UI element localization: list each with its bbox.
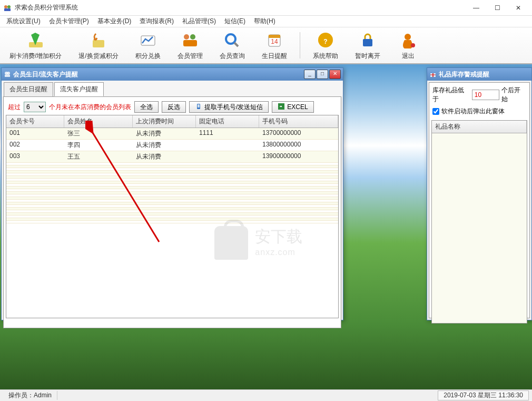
cell — [259, 176, 338, 178]
svg-rect-21 — [5, 75, 10, 77]
cell — [133, 197, 196, 199]
maximize-button[interactable]: ☐ — [487, 1, 508, 15]
tool-label: 会员管理 — [178, 52, 203, 61]
table-row[interactable]: 002李四从未消费13800000000 — [6, 140, 338, 151]
table-row[interactable] — [6, 221, 338, 223]
cell — [259, 216, 338, 218]
main-titlebar: 求索会员积分管理系统 — ☐ ✕ — [0, 0, 532, 16]
cell — [64, 187, 133, 189]
extract-phone-button[interactable]: 提取手机号/发送短信 — [189, 101, 269, 113]
cell — [6, 202, 64, 204]
grid-body[interactable]: 001张三从未消费111113700000000002李四从未消费1380000… — [6, 128, 338, 318]
cell — [64, 194, 133, 197]
svg-rect-4 — [93, 40, 104, 47]
cell — [64, 218, 133, 220]
menu-3[interactable]: 查询报表(R) — [135, 16, 178, 27]
cell — [259, 197, 338, 199]
invert-select-button[interactable]: 反选 — [162, 101, 186, 113]
table-row[interactable]: 001张三从未消费111113700000000 — [6, 128, 338, 140]
minimize-button[interactable]: — — [466, 1, 487, 15]
tool-exit[interactable]: 退出 — [393, 30, 423, 62]
select-all-button[interactable]: 全选 — [134, 101, 159, 113]
column-header[interactable]: 会员姓名 — [64, 115, 133, 128]
cell — [133, 218, 196, 220]
tool-refund[interactable]: 退/换货减积分 — [74, 30, 122, 62]
tab-0[interactable]: 会员生日提醒 — [4, 82, 53, 96]
tool-swipe[interactable]: 刷卡消费/增加积分 — [5, 30, 66, 62]
cell — [196, 210, 259, 212]
dialog-titlebar[interactable]: 会员生日/流失客户提醒 _ □ ✕ — [2, 68, 343, 81]
gift-title-icon — [429, 71, 437, 78]
cell — [196, 181, 259, 183]
dialog-close-button[interactable]: ✕ — [329, 70, 341, 79]
column-header[interactable]: 上次消费时间 — [133, 115, 196, 128]
cell — [64, 202, 133, 204]
cell — [64, 189, 133, 191]
cell — [64, 173, 133, 175]
cell — [64, 179, 133, 181]
tool-label: 积分兑换 — [135, 52, 161, 61]
tab-1[interactable]: 流失客户提醒 — [54, 82, 104, 96]
svg-point-6 — [184, 34, 189, 40]
column-header[interactable]: 手机号码 — [259, 115, 338, 128]
tool-members[interactable]: 会员管理 — [173, 30, 207, 62]
cell — [259, 218, 338, 220]
birthday-icon: 14 — [263, 31, 285, 51]
lock-icon — [357, 31, 379, 51]
tool-lock[interactable]: 暂时离开 — [351, 30, 385, 62]
cell: 李四 — [64, 140, 133, 151]
dialog-maximize-button[interactable]: □ — [317, 70, 328, 79]
tool-redeem[interactable]: 积分兑换 — [131, 30, 165, 62]
cell — [64, 216, 133, 218]
cell: 003 — [6, 151, 64, 162]
filter-prefix: 超过 — [8, 103, 21, 112]
dialog-minimize-button[interactable]: _ — [304, 70, 316, 79]
svg-rect-23 — [198, 104, 200, 107]
gift-grid: 礼品名称 — [431, 120, 527, 324]
menu-1[interactable]: 会员卡管理(P) — [45, 16, 93, 27]
threshold-suffix: 个后开始 — [501, 86, 526, 104]
startup-popup-checkbox[interactable] — [432, 108, 439, 115]
close-button[interactable]: ✕ — [508, 1, 529, 15]
months-select[interactable]: 6 — [24, 102, 46, 112]
cell — [6, 210, 64, 212]
cell — [133, 176, 196, 178]
tool-search[interactable]: 会员查询 — [215, 30, 249, 62]
cell — [6, 200, 64, 202]
cell — [6, 216, 64, 218]
export-excel-button[interactable]: EXCEL — [272, 101, 313, 113]
column-header[interactable]: 固定电话 — [196, 115, 259, 128]
cell — [259, 179, 338, 181]
menu-5[interactable]: 短信(E) — [220, 16, 250, 27]
menu-4[interactable]: 礼品管理(S) — [178, 16, 220, 27]
cell — [196, 173, 259, 175]
gift-grid-body[interactable] — [432, 133, 527, 323]
menu-2[interactable]: 基本业务(D) — [93, 16, 136, 27]
gift-stock-alert-panel: 礼品库存警戒提醒 库存礼品低于 个后开始 软件启动后弹出此窗体 礼品名称 — [427, 67, 532, 320]
cell — [6, 165, 64, 168]
svg-point-7 — [190, 34, 195, 40]
cell — [64, 184, 133, 186]
cell — [6, 163, 64, 165]
menu-6[interactable]: 帮助(H) — [250, 16, 280, 27]
gift-panel-titlebar[interactable]: 礼品库存警戒提醒 — [427, 68, 531, 81]
tab-lost-customer: 超过 6 个月未在本店消费的会员列表 全选 反选 提取手机号/发送短信 EXCE… — [3, 96, 341, 328]
tool-label: 退出 — [402, 52, 415, 61]
tool-birthday[interactable]: 14生日提醒 — [258, 30, 291, 62]
cell — [64, 197, 133, 199]
lost-customer-dialog: 会员生日/流失客户提醒 _ □ ✕ 会员生日提醒流失客户提醒 超过 6 个月未在… — [1, 67, 343, 320]
cell — [6, 181, 64, 183]
cell — [196, 194, 259, 197]
threshold-input[interactable] — [472, 90, 499, 100]
cell — [196, 202, 259, 204]
cell: 王五 — [64, 151, 133, 162]
cell — [6, 213, 64, 215]
cell — [6, 173, 64, 175]
cell — [6, 218, 64, 220]
menu-0[interactable]: 系统设置(U) — [2, 16, 45, 27]
column-header[interactable]: 会员卡号 — [6, 115, 64, 128]
refund-icon — [87, 31, 110, 51]
table-row[interactable]: 003王五从未消费13900000000 — [6, 151, 338, 163]
cell — [259, 192, 338, 194]
tool-help[interactable]: ?系统帮助 — [309, 30, 342, 62]
